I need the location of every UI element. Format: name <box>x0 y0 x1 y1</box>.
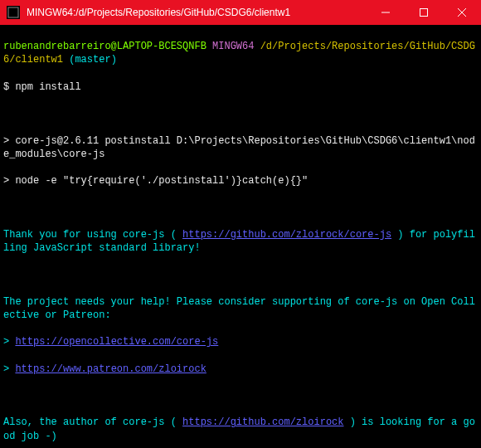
command-text: npm install <box>15 81 80 93</box>
output-line: > core-js@2.6.11 postinstall D:\Projects… <box>3 134 478 161</box>
link[interactable]: https://www.patreon.com/zloirock <box>15 363 206 375</box>
prompt-line: rubenandrebarreiro@LAPTOP-BCESQNFB MINGW… <box>3 40 478 66</box>
prompt-host: MINGW64 <box>212 41 254 52</box>
app-icon <box>7 6 20 19</box>
output-line: The project needs your help! Please cons… <box>3 295 478 322</box>
link[interactable]: https://github.com/zloirock/core-js <box>182 229 391 241</box>
output-line: > https://opencollective.com/core-js <box>3 335 478 348</box>
link[interactable]: https://github.com/zloirock <box>182 416 343 428</box>
link[interactable]: https://opencollective.com/core-js <box>15 336 218 348</box>
svg-rect-3 <box>420 9 428 17</box>
command-line: $ npm install <box>3 80 478 94</box>
window-title: MINGW64:/d/Projects/Repositories/GitHub/… <box>27 7 367 18</box>
terminal-body[interactable]: rubenandrebarreiro@LAPTOP-BCESQNFB MINGW… <box>0 25 481 448</box>
maximize-button[interactable] <box>405 0 443 25</box>
output-line: > https://www.patreon.com/zloirock <box>3 363 478 376</box>
close-button[interactable] <box>443 0 481 25</box>
output-line: > node -e "try{require('./postinstall')}… <box>3 174 478 187</box>
output-line: Also, the author of core-js ( https://gi… <box>3 416 478 442</box>
output-line: Thank you for using core-js ( https://gi… <box>3 228 478 255</box>
prompt-user: rubenandrebarreiro@LAPTOP-BCESQNFB <box>3 41 206 52</box>
prompt-branch: (master) <box>69 54 117 66</box>
minimize-button[interactable] <box>367 0 405 25</box>
titlebar[interactable]: MINGW64:/d/Projects/Repositories/GitHub/… <box>0 0 481 25</box>
terminal-window: MINGW64:/d/Projects/Repositories/GitHub/… <box>0 0 481 448</box>
